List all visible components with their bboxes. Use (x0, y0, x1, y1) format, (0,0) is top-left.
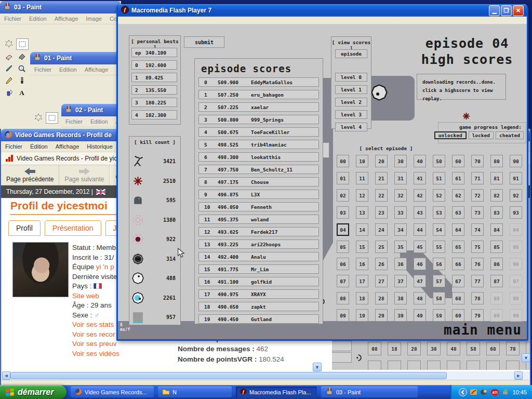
embedded-episode-cell[interactable]: 08 (368, 342, 381, 355)
paint03-menu-item[interactable]: Image (86, 16, 102, 22)
profile-link[interactable]: yi 'n p (96, 263, 114, 271)
episode-cell-70[interactable]: 70 (471, 155, 484, 167)
rect-select-tool[interactable] (16, 38, 29, 50)
paint01-menu-item[interactable]: Fichier (34, 66, 51, 73)
episode-cell-12[interactable]: 12 (356, 189, 368, 202)
embedded-episode-cell[interactable]: 78 (506, 342, 520, 355)
paint02-menu-item[interactable]: Fichier (65, 118, 83, 125)
episode-cell-89[interactable]: 89 (490, 309, 503, 322)
submit-button[interactable]: submit (184, 36, 224, 48)
profile-tab-profil[interactable]: Profil (8, 220, 41, 236)
pencil-tool[interactable] (3, 75, 15, 86)
scroll-left-button[interactable]: ◄ (2, 371, 10, 380)
main-menu-button[interactable]: main menu (444, 322, 522, 338)
paint01-menu-item[interactable]: Affichage (85, 66, 109, 73)
profile-action-link[interactable]: Voir ses vidéos (72, 350, 119, 357)
episode-cell-07[interactable]: 07 (337, 275, 349, 287)
text-tool[interactable]: A (16, 87, 28, 98)
firefox-menu-item[interactable]: Fichier (5, 143, 22, 150)
episode-cell-90[interactable]: 90 (510, 155, 522, 167)
episode-score-row[interactable]: 16491.100golfkid (198, 277, 319, 286)
paint03-menu-item[interactable]: Edition (29, 16, 47, 22)
episode-cell-78[interactable]: 78 (471, 292, 484, 304)
horizontal-scrollbar[interactable]: ◄ ► (2, 371, 531, 380)
embedded-episode-cell[interactable]: 68 (486, 342, 500, 355)
firefox-active-tab[interactable]: Video Games Records - Profil de yicestm (17, 155, 130, 162)
minimize-button[interactable]: ▁ (489, 5, 500, 16)
episode-cell-67[interactable]: 67 (452, 275, 464, 287)
episode-cell-57[interactable]: 57 (433, 275, 445, 287)
episode-cell-92[interactable]: 92 (510, 189, 522, 202)
episode-cell-46[interactable]: 46 (414, 258, 426, 270)
episode-score-row[interactable]: 9496.875L3X (198, 190, 319, 199)
episode-cell-79[interactable]: 79 (471, 309, 484, 322)
episode-cell-39[interactable]: 39 (394, 309, 407, 322)
taskbar-task-4[interactable]: 03 - Paint (321, 387, 418, 397)
eyedropper-tool[interactable] (3, 63, 15, 74)
profile-action-link[interactable]: Voir ses recor (72, 330, 115, 338)
episode-cell-47[interactable]: 47 (414, 275, 426, 287)
episode-score-row[interactable]: 19490.450Gutland (198, 314, 319, 324)
episode-cell-52[interactable]: 52 (433, 189, 445, 202)
episode-cell-58[interactable]: 58 (433, 292, 445, 304)
episode-cell-25[interactable]: 25 (375, 241, 388, 253)
episode-cell-03[interactable]: 03 (337, 206, 349, 219)
forward-button[interactable]: Page suivante (59, 165, 110, 185)
view-level-3-button[interactable]: level 3 (335, 110, 367, 119)
freeform-select-tool[interactable] (3, 38, 15, 49)
episode-cell-06[interactable]: 06 (337, 258, 349, 270)
episode-cell-34[interactable]: 34 (394, 223, 407, 236)
episode-cell-23[interactable]: 23 (375, 206, 388, 219)
episode-cell-56[interactable]: 56 (433, 258, 445, 270)
mouse-tray-icon[interactable] (480, 388, 488, 396)
episode-score-row[interactable]: 6498.300lookatthis (198, 152, 319, 162)
episode-cell-62[interactable]: 62 (452, 189, 464, 202)
episode-score-row[interactable]: 17490.975XRAYX (198, 289, 319, 299)
view-level-0-button[interactable]: level 0 (335, 73, 367, 82)
episode-cell-83[interactable]: 83 (490, 206, 503, 219)
episode-cell-77[interactable]: 77 (471, 275, 484, 287)
episode-cell-40[interactable]: 40 (414, 155, 426, 167)
firefox-menu-item[interactable]: Édition (30, 143, 48, 150)
freeform-select-tool[interactable] (33, 112, 44, 123)
episode-cell-24[interactable]: 24 (375, 223, 388, 236)
episode-cell-41[interactable]: 41 (414, 172, 426, 184)
episode-cell-81[interactable]: 81 (490, 172, 503, 184)
episode-cell-87[interactable]: 87 (490, 275, 503, 287)
episode-cell-72[interactable]: 72 (471, 189, 484, 202)
episode-cell-50[interactable]: 50 (433, 155, 445, 167)
episode-cell-73[interactable]: 73 (471, 206, 484, 219)
taskbar-task-3[interactable]: fMacromedia Flash Pla... (236, 387, 317, 397)
profile-tab-présentation[interactable]: Présentation (45, 220, 101, 236)
episode-cell-15[interactable]: 15 (356, 241, 368, 253)
scroll-right-button[interactable]: ► (514, 371, 523, 380)
episode-cell-36[interactable]: 36 (394, 258, 407, 270)
episode-score-row[interactable]: 3500.800999_Springs (198, 115, 319, 124)
list-scroll-thumb[interactable] (323, 142, 329, 158)
episode-cell-26[interactable]: 26 (375, 258, 388, 270)
episode-cell-28[interactable]: 28 (375, 292, 388, 304)
paint03-menu-item[interactable]: Fichier (4, 16, 21, 22)
episode-cell-21[interactable]: 21 (375, 172, 388, 184)
episode-cell-66[interactable]: 66 (452, 258, 464, 270)
episode-cell-63[interactable]: 63 (452, 206, 464, 219)
episode-score-row[interactable]: 10496.050Fenneth (198, 202, 319, 211)
episode-cell-84[interactable]: 84 (490, 223, 503, 236)
episode-cell-71[interactable]: 71 (471, 172, 484, 184)
brush-tool[interactable] (16, 75, 28, 86)
episode-cell-11[interactable]: 11 (356, 172, 368, 184)
profile-link[interactable]: Site web (72, 292, 99, 300)
episode-score-row[interactable]: 12493.625Ferdek217 (198, 227, 319, 236)
episode-score-row[interactable]: 4500.675ToeFaceKiller (198, 127, 319, 137)
episode-cell-01[interactable]: 01 (337, 172, 349, 184)
episode-cell-96[interactable]: 96 (510, 258, 522, 270)
paint01-menu-item[interactable]: Edition (59, 66, 77, 73)
episode-cell-85[interactable]: 85 (490, 241, 503, 253)
episode-cell-98[interactable]: 98 (510, 292, 522, 304)
episode-cell-59[interactable]: 59 (433, 309, 445, 322)
scrollbar-thumb[interactable] (10, 372, 447, 379)
paint03-menu-item[interactable]: Affichage (55, 16, 78, 22)
episode-score-row[interactable]: 14492.400Analu (198, 252, 319, 261)
episode-cell-80[interactable]: 80 (490, 155, 503, 167)
magnifier-tool[interactable] (16, 63, 28, 74)
